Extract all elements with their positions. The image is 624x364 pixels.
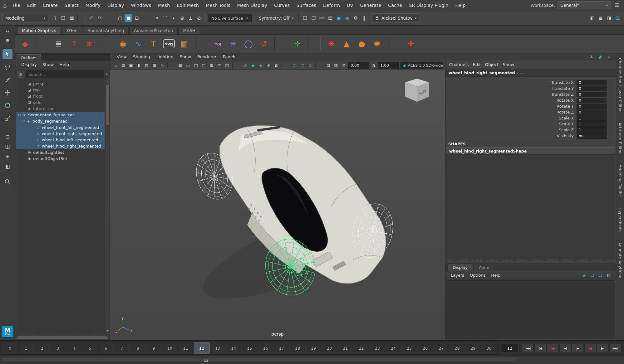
range-bar[interactable] (2, 357, 516, 363)
shaded-icon[interactable]: ◆ (249, 62, 257, 69)
two-pane-layout-icon[interactable]: ◫ (4, 143, 12, 150)
resolution-gate-icon[interactable]: ◫ (192, 62, 199, 69)
ring-tool-icon[interactable]: ◯ (243, 38, 254, 50)
raise-panels-icon[interactable]: ◧ (588, 14, 596, 22)
menu-item[interactable]: Mesh (155, 0, 173, 11)
snap-grid-icon[interactable]: ⌗ (153, 14, 161, 22)
character-set-icon[interactable]: ♟ (588, 54, 595, 60)
timeline-frame[interactable]: 9 (146, 342, 162, 354)
outliner-row[interactable]: ◇ wheel_hind_right_segmented (16, 143, 105, 149)
scroll-down-icon[interactable]: ▾ (107, 329, 108, 332)
timeline-frame[interactable]: 15 (242, 342, 258, 354)
safe-title-icon[interactable]: ◱ (224, 62, 231, 69)
menu-item[interactable]: Modify (82, 0, 104, 11)
menu-item[interactable]: Edit Mesh (173, 0, 202, 11)
poly-grid-icon[interactable]: ▦ (178, 38, 190, 50)
pause-viewport-icon[interactable]: ‖ (360, 14, 368, 22)
shape-node-name[interactable]: wheel_hind_right_segmentedShape (446, 147, 615, 155)
viewport-menu-item[interactable]: Panels (220, 53, 239, 61)
outliner-row[interactable]: ◈ future_car (16, 105, 105, 112)
channel-value-field[interactable]: 0 (577, 86, 607, 91)
channel-label[interactable]: Translate Z (551, 92, 574, 97)
four-pane-layout-icon[interactable]: ⊞ (4, 153, 12, 160)
split-pane-layout-icon[interactable]: ◧ (4, 163, 12, 170)
channel-box-menu-item[interactable]: Show (503, 61, 518, 69)
axis-cross-icon[interactable]: ✛ (292, 38, 303, 50)
channel-value-field[interactable]: 0 (577, 98, 607, 103)
render-view-icon[interactable]: ◉ (343, 14, 351, 22)
type-tool-icon[interactable]: T (68, 38, 80, 50)
channel-label[interactable]: Rotate Y (557, 104, 574, 109)
workspace-selector[interactable]: General* ▾ (558, 1, 611, 9)
zoom-tool-button[interactable] (4, 178, 11, 186)
panel-tab-vertical[interactable]: Hypershade (618, 208, 622, 232)
go-to-end-button[interactable]: ▶▶| (609, 344, 621, 353)
select-object-icon[interactable]: ■ (125, 14, 132, 22)
new-scene-icon[interactable]: ▯ (51, 14, 59, 22)
add-plus-icon[interactable]: ✚ (405, 38, 417, 50)
layer-empty-icon[interactable]: ❏ (589, 272, 595, 279)
layer-editor-menu-item[interactable]: Layers (448, 271, 467, 279)
scale-tool-button[interactable] (2, 113, 12, 123)
menu-item[interactable]: SR Display Plugin (405, 0, 452, 11)
grid-icon[interactable]: ▦ (177, 62, 184, 69)
viewport-canvas[interactable]: LEFT y x z persp (110, 70, 445, 340)
textured-icon[interactable]: ◈ (257, 62, 264, 69)
panel-tab-vertical[interactable]: Modeling Toolkit (618, 164, 622, 197)
snap-projected-center-icon[interactable]: ⊚ (178, 14, 186, 22)
timeline-frame[interactable]: 21 (337, 342, 353, 354)
channel-label[interactable]: Scale Z (559, 128, 574, 132)
timeline-frame[interactable]: 11 (178, 342, 194, 354)
workspace-menu-icon[interactable]: ☰ (613, 2, 621, 9)
attribute-editor-toggle-icon[interactable]: ◨ (605, 14, 613, 22)
shelf-tab[interactable]: AnimateAnything (83, 27, 129, 34)
channel-value-field[interactable]: 1 (577, 127, 607, 133)
outliner-row[interactable]: ◪ top (16, 87, 105, 93)
outliner-row[interactable]: ◪ side (16, 99, 105, 105)
step-forward-key-button[interactable]: ▶| (584, 344, 596, 353)
outliner-menu-item[interactable]: Show (40, 61, 57, 69)
scrollbar-thumb[interactable] (106, 85, 109, 125)
layer-delete-icon[interactable]: ◧ (605, 272, 612, 279)
outliner-row[interactable]: ◉ defaultObjectSet (16, 155, 105, 162)
current-frame-field[interactable]: 12 (501, 344, 519, 352)
open-scene-icon[interactable]: ❒ (59, 14, 67, 22)
lock-camera-icon[interactable]: ⊠ (120, 62, 127, 69)
mash-network-icon[interactable]: ❋ (325, 38, 337, 50)
wireframe-icon[interactable]: ◇ (242, 62, 249, 69)
menu-item[interactable]: Windows (127, 0, 155, 11)
render-frame-icon[interactable]: ❏ (301, 14, 309, 22)
use-all-lights-icon[interactable]: ☀ (265, 62, 272, 69)
viewport-menu-item[interactable]: View (114, 53, 130, 61)
channel-value-field[interactable]: 0 (577, 80, 607, 85)
play-forwards-button[interactable]: ▶ (572, 344, 583, 353)
expand-toggle-icon[interactable]: ⊟ (17, 113, 22, 117)
panel-menu-icon[interactable]: ☷ (4, 27, 12, 35)
expand-toggle-icon[interactable]: ⊟ (22, 119, 26, 123)
outliner-row[interactable]: ◇ wheel_hind_left_segmented (16, 137, 105, 143)
ambient-occlusion-icon[interactable]: ◎ (291, 62, 298, 69)
channel-value-field[interactable]: on (577, 133, 607, 139)
timeline-frame[interactable]: 20 (322, 342, 337, 354)
channel-value-field[interactable]: 0 (577, 92, 607, 97)
timeline-frame[interactable]: 14 (226, 342, 242, 354)
panel-tab-vertical[interactable]: Animate Anything (618, 242, 622, 279)
rotate-tool-button[interactable] (2, 100, 12, 110)
flower-tool-icon[interactable]: ✾ (83, 38, 95, 50)
exposure-gear-icon[interactable]: ⚙ (340, 62, 347, 69)
scene-3d[interactable] (110, 70, 445, 340)
timeline-frame[interactable]: 10 (162, 342, 178, 354)
bookmark-icon[interactable]: ▮ (135, 62, 142, 69)
channel-label[interactable]: Translate X (551, 80, 574, 85)
channel-label[interactable]: Scale Y (559, 122, 574, 126)
render-sequence-icon[interactable]: ▤ (327, 14, 334, 22)
channel-label[interactable]: Rotate Z (556, 110, 574, 114)
camera-attributes-icon[interactable]: ▣ (127, 62, 135, 69)
channel-label[interactable]: Visibility (557, 133, 574, 138)
timeline-frame[interactable]: 23 (370, 342, 386, 354)
scroll-right-icon[interactable]: ▸ (107, 336, 109, 339)
timeline-frame[interactable]: 5 (82, 342, 98, 354)
timeline-frame[interactable]: 26 (417, 342, 433, 354)
timeline-frame[interactable]: 18 (290, 342, 306, 354)
spark-icon[interactable]: ✺ (371, 38, 383, 50)
